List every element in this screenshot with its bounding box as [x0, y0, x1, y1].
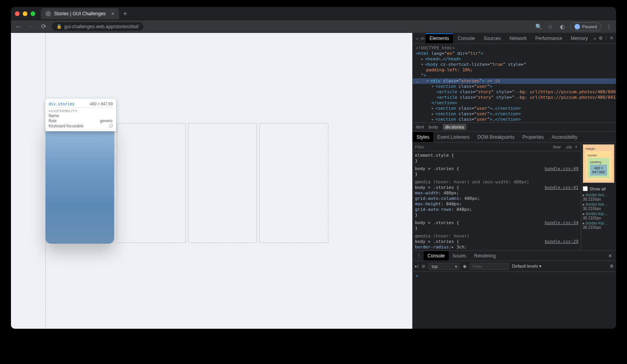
log-levels-select[interactable]: Default levels ▾ — [512, 264, 542, 269]
tab-styles[interactable]: Styles — [413, 132, 433, 142]
tab-console[interactable]: Console — [454, 33, 479, 43]
crumb-html[interactable]: html — [416, 125, 424, 129]
css-val[interactable]: 848px; — [446, 201, 462, 206]
console-toolbar: ▸| ⊘ top ◉ Filter Default levels ▾ ⚙ — [413, 261, 616, 272]
settings-icon[interactable]: ⚙ — [599, 36, 603, 41]
brace: } — [415, 212, 578, 218]
extension-icon[interactable]: ◐ — [558, 24, 566, 30]
hov-toggle[interactable]: :hov — [553, 145, 561, 149]
forward-button[interactable]: → — [27, 23, 35, 30]
profile-paused-button[interactable]: Paused — [570, 22, 601, 31]
bm-padding-label: padding — [590, 160, 607, 164]
close-devtools-icon[interactable]: ✕ — [609, 36, 614, 41]
close-window-button[interactable] — [15, 11, 20, 16]
close-drawer-icon[interactable]: ✕ — [606, 253, 614, 259]
window-controls — [15, 11, 35, 16]
tab-network[interactable]: Network — [506, 33, 531, 43]
css-prop[interactable]: grid-auto-columns — [415, 196, 459, 201]
url-field[interactable]: 🔒 gui-challenges.web.app/stories/dist/ — [52, 22, 143, 31]
rule-source-link[interactable]: bundle.css:29 — [545, 239, 578, 244]
back-button[interactable]: ← — [14, 23, 23, 30]
minimize-window-button[interactable] — [23, 11, 27, 16]
console-sidebar-toggle-icon[interactable]: ▸| — [415, 264, 419, 269]
search-icon[interactable]: 🔍 — [535, 24, 543, 30]
tab-properties[interactable]: Properties — [518, 132, 548, 142]
rule-source-link[interactable]: bundle.css:49 — [545, 166, 578, 172]
tab-performance[interactable]: Performance — [531, 33, 566, 43]
rule-source-link[interactable]: bundle.css:41 — [545, 185, 578, 190]
story-card[interactable] — [45, 124, 114, 244]
computed-val: 30.2155px — [583, 216, 614, 220]
bm-margin-label: margin — [585, 147, 612, 150]
device-toolbar-icon[interactable]: ▭ — [420, 36, 424, 41]
close-tab-icon[interactable]: × — [111, 11, 114, 17]
tooltip-kf-label: Keyboard-focusable — [49, 124, 83, 128]
styles-rules[interactable]: element.style { } bundle.css:49body > .s… — [413, 151, 581, 250]
css-val[interactable]: 480px; — [464, 196, 480, 201]
drawer-tab-rendering[interactable]: Rendering — [470, 251, 500, 261]
more-tabs-icon[interactable]: » — [593, 36, 597, 41]
tab-sources[interactable]: Sources — [480, 33, 505, 43]
tooltip-dimensions: 480 × 847.99 — [90, 102, 113, 106]
computed-properties[interactable]: ▸ border-bot…30.2155px ▸ border-bot…30.2… — [583, 193, 614, 230]
rule-selector: body > .stories { — [415, 166, 459, 171]
css-prop[interactable]: max-height — [415, 201, 441, 206]
titlebar: Stories | GUI Challenges × + — [11, 7, 616, 20]
bookmark-icon[interactable]: ☆ — [547, 24, 555, 30]
css-val[interactable]: 3ch; — [457, 244, 467, 250]
brace: } — [415, 172, 578, 177]
tab-dom-breakpoints[interactable]: DOM Breakpoints — [473, 132, 518, 142]
bm-content-size: 480 × 847.992 — [590, 165, 607, 176]
css-val[interactable]: 848px; — [457, 207, 472, 212]
console-body[interactable]: > — [413, 272, 616, 329]
inspector-tooltip: div.stories480 × 847.99 ACCESSIBILITY Na… — [45, 99, 116, 131]
show-all-checkbox[interactable]: Show all — [583, 186, 614, 191]
css-prop[interactable]: grid-auto-rows — [415, 207, 451, 212]
computed-val: 30.2155px — [583, 206, 614, 211]
rule-selector: element.style { — [415, 153, 454, 158]
crumb-stories[interactable]: div.stories — [443, 124, 467, 130]
avatar-icon — [574, 24, 580, 29]
box-model[interactable]: margin border padding 480 × 847.992 — [583, 144, 614, 183]
devtools-menu-icon[interactable]: ⋮ — [604, 36, 608, 41]
live-expression-icon[interactable]: ◉ — [463, 264, 467, 269]
console-settings-icon[interactable]: ⚙ — [610, 264, 614, 269]
css-prop[interactable]: border-radius — [415, 244, 449, 250]
styles-filter-input[interactable] — [415, 145, 550, 149]
rule-source-link[interactable]: bundle.css:34 — [545, 220, 578, 226]
rule-selector: body > .stories { — [415, 239, 459, 244]
drawer-menu-icon[interactable]: ⋮ — [414, 253, 424, 259]
console-prompt: > — [416, 273, 419, 279]
tab-accessibility[interactable]: Accessibility — [548, 132, 581, 142]
new-rule-icon[interactable]: ＋ — [574, 144, 578, 150]
computed-prop: border-bot… — [586, 202, 608, 206]
elements-tree[interactable]: <!DOCTYPE html> <html lang="en" dir="ltr… — [413, 44, 616, 122]
drawer-tab-issues[interactable]: Issues — [449, 251, 470, 261]
tab-memory[interactable]: Memory — [567, 33, 592, 43]
lock-icon: 🔒 — [56, 24, 62, 29]
execution-context-select[interactable]: top — [428, 263, 460, 270]
page-viewport[interactable]: div.stories480 × 847.99 ACCESSIBILITY Na… — [11, 33, 412, 329]
browser-menu-icon[interactable]: ⋮ — [605, 24, 613, 30]
story-slot — [259, 123, 328, 243]
crumb-body[interactable]: body — [429, 125, 438, 129]
cls-toggle[interactable]: .cls — [565, 145, 572, 149]
tab-event-listeners[interactable]: Event Listeners — [433, 132, 474, 142]
reload-button[interactable]: ⟳ — [39, 23, 48, 30]
clear-console-icon[interactable]: ⊘ — [422, 264, 425, 269]
css-val[interactable]: 480px; — [444, 190, 459, 196]
show-all-input[interactable] — [583, 186, 588, 191]
breadcrumb: html body div.stories — [413, 122, 616, 132]
browser-tab[interactable]: Stories | GUI Challenges × — [41, 8, 119, 19]
drawer-tabbar: ⋮ Console Issues Rendering ✕ — [413, 251, 616, 261]
drawer-tab-console[interactable]: Console — [424, 251, 449, 261]
css-prop[interactable]: max-width — [415, 190, 439, 196]
computed-val: 30.2155px — [583, 225, 614, 230]
media-query: @media (hover: hover) — [415, 234, 578, 239]
story-slot — [188, 123, 257, 243]
new-tab-button[interactable]: + — [123, 10, 127, 18]
tab-elements[interactable]: Elements — [426, 33, 453, 43]
console-filter-input[interactable]: Filter — [470, 263, 509, 270]
inspect-element-icon[interactable]: ⟐ — [415, 36, 419, 41]
maximize-window-button[interactable] — [31, 11, 35, 16]
